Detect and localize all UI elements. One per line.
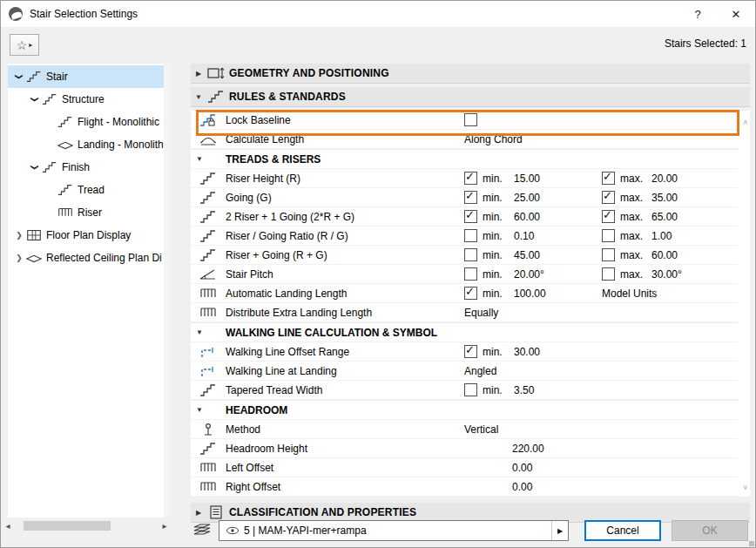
min-checkbox[interactable]: [464, 345, 477, 358]
tree-item-flight-monolithic[interactable]: Flight - Monolithic: [8, 111, 172, 133]
classification-icon: [206, 504, 226, 520]
min-checkbox[interactable]: [464, 383, 477, 396]
section-collapsed-icon[interactable]: ▶: [191, 509, 206, 517]
help-button[interactable]: ?: [678, 1, 717, 27]
min-value[interactable]: 100.00: [514, 288, 546, 300]
max-checkbox[interactable]: [602, 210, 615, 223]
tree-item-finish[interactable]: ❯ Finish: [8, 156, 172, 179]
right-offset-value[interactable]: 0.00: [512, 481, 532, 493]
max-value[interactable]: 60.00: [651, 249, 678, 261]
tree-item-reflected-ceiling-plan[interactable]: ❯ Reflected Ceiling Plan Di: [8, 247, 172, 269]
min-value[interactable]: 3.50: [514, 384, 534, 396]
max-value[interactable]: 20.00: [651, 173, 678, 185]
max-checkbox[interactable]: [602, 191, 615, 204]
tree-item-structure[interactable]: ❯ Structure: [8, 88, 172, 111]
max-label: max.: [620, 268, 646, 281]
min-value[interactable]: 25.00: [514, 192, 540, 204]
min-value[interactable]: 15.00: [514, 173, 540, 185]
max-value[interactable]: 1.00: [651, 230, 672, 242]
min-checkbox[interactable]: [464, 267, 477, 281]
row-walking-line-at-landing: Walking Line at Landing Angled: [191, 362, 738, 381]
subsection-expanded-icon[interactable]: ▼: [191, 155, 203, 163]
scroll-down-icon[interactable]: ∨: [742, 483, 748, 491]
max-value[interactable]: 65.00: [651, 211, 678, 223]
min-label: min.: [483, 268, 509, 281]
subsection-title: HEADROOM: [226, 404, 738, 416]
star-icon: ☆: [17, 39, 28, 51]
max-checkbox[interactable]: [602, 267, 615, 281]
max-checkbox[interactable]: [602, 172, 615, 185]
landing-icon: [57, 137, 74, 152]
structure-icon: [41, 91, 58, 107]
row-walking-line-offset-range: Walking Line Offset Range min. 30.00: [191, 342, 738, 362]
row-label: Calculate Length: [226, 133, 464, 145]
chevron-down-icon[interactable]: ❯: [15, 71, 24, 83]
tree-item-label: Riser: [78, 206, 102, 219]
tree-item-floor-plan-display[interactable]: ❯ Floor Plan Display: [8, 224, 172, 247]
distribute-value[interactable]: Equally: [464, 307, 498, 319]
section-expanded-icon[interactable]: ▼: [191, 93, 206, 101]
scroll-track[interactable]: [15, 519, 158, 532]
min-value[interactable]: 45.00: [514, 249, 540, 261]
min-value[interactable]: 30.00: [514, 346, 540, 358]
cancel-button[interactable]: Cancel: [584, 520, 661, 541]
scroll-thumb[interactable]: [24, 521, 111, 531]
tree-item-label: Reflected Ceiling Plan Di: [46, 252, 162, 264]
min-value[interactable]: 0.10: [514, 230, 534, 242]
rules-content: ∧ ∨ Lock Baseline Calculate Length Along…: [191, 111, 750, 497]
walking-line-offset-icon: [199, 344, 218, 360]
min-checkbox[interactable]: [464, 210, 477, 223]
row-label: Left Offset: [226, 462, 464, 474]
layer-combo[interactable]: 5 | MAM-YAPI-mer+rampa ▶: [219, 520, 569, 541]
tree-item-stair[interactable]: ❯ Stair: [8, 65, 172, 88]
favorites-button[interactable]: ☆ ▸: [10, 34, 39, 56]
subsection-expanded-icon[interactable]: ▼: [191, 328, 203, 336]
min-checkbox[interactable]: [464, 287, 477, 300]
headroom-method-value[interactable]: Vertical: [464, 423, 498, 436]
section-collapsed-icon[interactable]: ▶: [191, 70, 206, 78]
headroom-height-value[interactable]: 220.00: [512, 443, 544, 455]
tree-vertical-scrollbar[interactable]: [164, 64, 172, 518]
max-value[interactable]: 35.00: [651, 192, 678, 204]
max-checkbox[interactable]: [602, 229, 615, 242]
max-value[interactable]: 30.00°: [651, 268, 682, 281]
min-checkbox[interactable]: [464, 248, 477, 261]
min-checkbox[interactable]: [464, 229, 477, 242]
calculate-length-icon: [199, 132, 218, 147]
section-rules-and-standards[interactable]: ▼ RULES & STANDARDS: [191, 87, 750, 107]
calculate-length-value[interactable]: Along Chord: [464, 133, 523, 145]
section-geometry-and-positioning[interactable]: ▶ GEOMETRY AND POSITIONING: [191, 64, 750, 84]
min-value[interactable]: 20.00°: [514, 268, 544, 281]
ok-button[interactable]: OK: [672, 520, 748, 541]
landing-length-units-value[interactable]: Model Units: [602, 288, 657, 300]
section-title: RULES & STANDARDS: [229, 91, 346, 103]
scroll-up-icon[interactable]: ∧: [742, 118, 748, 126]
layers-icon: [191, 522, 213, 539]
row-riser-plus-going: Riser + Going (R + G) min. 45.00 max. 60…: [191, 246, 738, 265]
app-icon: [9, 7, 23, 21]
chevron-right-icon[interactable]: ❯: [13, 254, 25, 262]
tree-item-landing-monolithic[interactable]: Landing - Monolithic: [8, 133, 172, 156]
row-label: Automatic Landing Length: [226, 288, 464, 300]
scroll-left-icon[interactable]: ◂: [1, 521, 15, 531]
min-checkbox[interactable]: [464, 172, 477, 185]
chevron-down-icon[interactable]: ❯: [30, 161, 39, 173]
combo-arrow-icon[interactable]: ▶: [551, 521, 568, 540]
tree-item-riser[interactable]: Riser: [8, 201, 172, 224]
left-offset-value[interactable]: 0.00: [512, 462, 532, 474]
min-checkbox[interactable]: [464, 191, 477, 204]
ceiling-plan-icon: [25, 250, 43, 266]
chevron-right-icon[interactable]: ❯: [13, 231, 25, 240]
close-button[interactable]: ✕: [717, 1, 755, 27]
walking-line-landing-value[interactable]: Angled: [464, 365, 496, 377]
lock-baseline-checkbox[interactable]: [464, 113, 477, 126]
tree-item-tread[interactable]: Tread: [8, 179, 172, 201]
row-calculate-length: Calculate Length Along Chord: [191, 130, 738, 149]
max-checkbox[interactable]: [602, 248, 615, 261]
chevron-down-icon[interactable]: ❯: [30, 93, 39, 105]
subsection-expanded-icon[interactable]: ▼: [191, 406, 203, 414]
scroll-right-icon[interactable]: ▸: [158, 521, 172, 531]
min-value[interactable]: 60.00: [514, 211, 540, 223]
riser-going-ratio-icon: [199, 228, 218, 244]
resize-grip[interactable]: [749, 541, 754, 546]
